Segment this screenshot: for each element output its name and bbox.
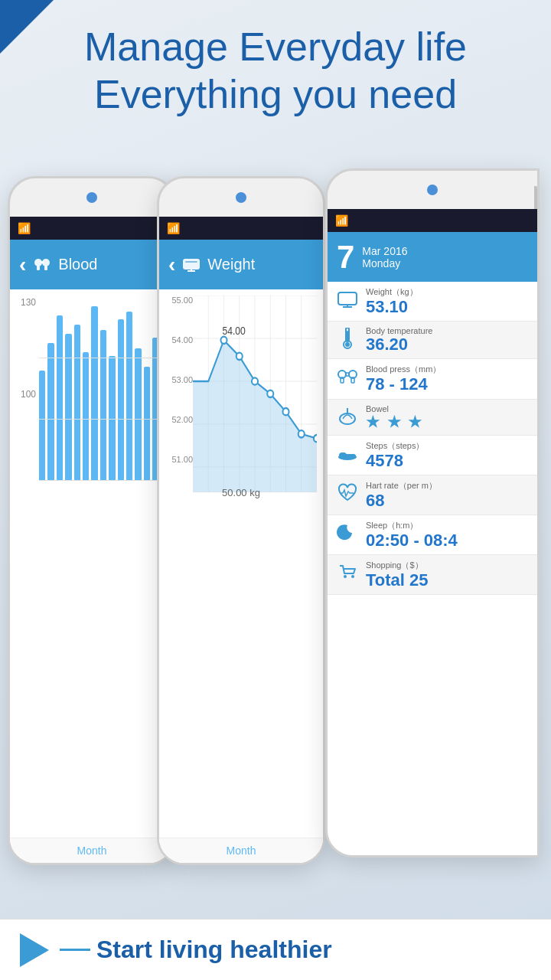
bottom-divider-line [60, 949, 90, 951]
svg-point-25 [252, 377, 258, 384]
chart-area-1: 130 100 [10, 289, 174, 863]
weight-label: Weight（kg） [366, 286, 530, 298]
back-button-1[interactable]: ‹ [19, 253, 26, 277]
sleep-label: Sleep（h:m） [366, 520, 530, 531]
phone-daily-summary: 📶 7 Mar 2016 Monday Weight（kg） [325, 168, 540, 858]
steps-label: Steps（steps） [366, 440, 530, 452]
shopping-icon [335, 563, 360, 586]
chart-footer-2: 50.00 kg [165, 487, 317, 498]
weight-icon [335, 291, 360, 312]
y-label-100: 100 [16, 389, 36, 400]
month-label-2: Month [227, 844, 256, 857]
y-53: 53.00 [165, 375, 193, 384]
date-month: Mar 2016 [362, 245, 407, 257]
bp-bar [100, 330, 106, 481]
phone-screen-1: 📶 ‹ Blood 130 [10, 217, 174, 863]
bp-value: 78 - 124 [366, 374, 428, 394]
date-header: 7 Mar 2016 Monday [328, 232, 537, 282]
svg-point-28 [298, 430, 305, 437]
heart-icon [335, 483, 360, 507]
date-number: 7 [337, 239, 354, 276]
bp-bar [39, 371, 45, 481]
svg-point-23 [220, 337, 227, 344]
weight-footer-label: 50.00 kg [222, 487, 260, 498]
phone-weight: 📶 ‹ Weight 55.00 54.00 53.00 [157, 176, 325, 865]
phone-screen-3: 📶 7 Mar 2016 Monday Weight（kg） [328, 209, 537, 855]
svg-rect-42 [346, 373, 349, 376]
headline: Manage Everyday life Everything you need [15, 23, 536, 119]
bp-details: Blood press（mm） 78 - 124 [366, 364, 530, 394]
bottom-cta-bar: Start living healthier [0, 919, 551, 980]
heartrate-label: Hart rate（per m） [366, 480, 530, 492]
sleep-details: Sleep（h:m） 02:50 - 08:4 [366, 520, 530, 550]
bowel-stars: ★ ★ ★ [366, 413, 423, 430]
phone-camera-2 [236, 192, 246, 203]
play-triangle-icon [20, 933, 49, 967]
chart-area-2: 55.00 54.00 53.00 52.00 51.00 [159, 289, 323, 863]
bp-bar [74, 325, 80, 481]
bp-icon [335, 368, 360, 389]
bp-bar [118, 319, 124, 481]
heartrate-details: Hart rate（per m） 68 [366, 480, 530, 510]
screen-title-2: Weight [207, 256, 255, 273]
heartrate-value: 68 [366, 491, 384, 510]
play-button[interactable] [15, 931, 54, 969]
back-button-2[interactable]: ‹ [168, 253, 175, 277]
svg-rect-46 [339, 452, 347, 459]
app-header-bar-2: ‹ Weight [159, 240, 323, 289]
steps-value: 4578 [366, 451, 403, 470]
thermometer-icon [335, 328, 360, 353]
app-header-section: Manage Everyday life Everything you need [0, 0, 551, 134]
steps-details: Steps（steps） 4578 [366, 440, 530, 470]
temperature-details: Body temperature 36.20 [366, 326, 530, 354]
wifi-icon-3: 📶 [335, 214, 348, 227]
cta-text: Start living healthier [96, 936, 551, 964]
y-54: 54.00 [165, 335, 193, 345]
bp-bar [57, 315, 63, 481]
svg-point-24 [236, 353, 243, 360]
phone-blood-pressure: 📶 ‹ Blood 130 [8, 176, 176, 865]
shopping-details: Shopping（$） Total 25 [366, 560, 530, 590]
bp-label: Blood press（mm） [366, 364, 530, 375]
phone-camera [86, 192, 97, 203]
screen-title-1: Blood [58, 256, 97, 273]
shopping-label: Shopping（$） [366, 560, 530, 571]
bp-bar [65, 334, 71, 481]
bowel-label: Bowel [366, 404, 530, 413]
y-label-130: 130 [16, 297, 36, 308]
svg-rect-3 [44, 266, 47, 270]
bp-bar [91, 306, 97, 481]
status-bar-2: 📶 [159, 217, 323, 240]
bp-bar [47, 343, 54, 481]
svg-point-27 [282, 408, 289, 415]
health-item-heartrate: Hart rate（per m） 68 [328, 475, 537, 515]
svg-point-26 [267, 390, 273, 397]
svg-rect-1 [37, 266, 40, 270]
health-item-bp: Blood press（mm） 78 - 124 [328, 359, 537, 399]
bowel-details: Bowel ★ ★ ★ [366, 404, 530, 430]
headline-line2: Everything you need [94, 72, 457, 116]
health-item-bowel: Bowel ★ ★ ★ [328, 400, 537, 436]
health-item-steps: Steps（steps） 4578 [328, 436, 537, 475]
shopping-value: Total 25 [366, 570, 429, 590]
weight-details: Weight（kg） 53.10 [366, 286, 530, 316]
bp-bar [144, 367, 150, 481]
health-item-sleep: Sleep（h:m） 02:50 - 08:4 [328, 515, 537, 555]
y-51: 51.00 [165, 455, 193, 464]
date-info: Mar 2016 Monday [362, 245, 407, 270]
health-item-shopping: Shopping（$） Total 25 [328, 555, 537, 595]
wifi-icon-1: 📶 [18, 222, 31, 234]
y-52: 52.00 [165, 415, 193, 424]
svg-rect-5 [183, 259, 200, 270]
bp-bar [109, 356, 115, 481]
bp-bar [83, 352, 89, 481]
temperature-value: 36.20 [366, 335, 408, 354]
health-items-list: Weight（kg） 53.10 Body temperature 36.20 [328, 282, 537, 595]
health-item-temperature: Body temperature 36.20 [328, 322, 537, 359]
svg-rect-47 [348, 454, 356, 459]
svg-point-49 [351, 575, 354, 578]
svg-rect-36 [347, 331, 348, 341]
month-tab-1[interactable]: Month [10, 838, 174, 863]
month-tab-2[interactable]: Month [159, 838, 323, 863]
phones-container: 📶 ‹ Blood 130 [0, 153, 551, 903]
